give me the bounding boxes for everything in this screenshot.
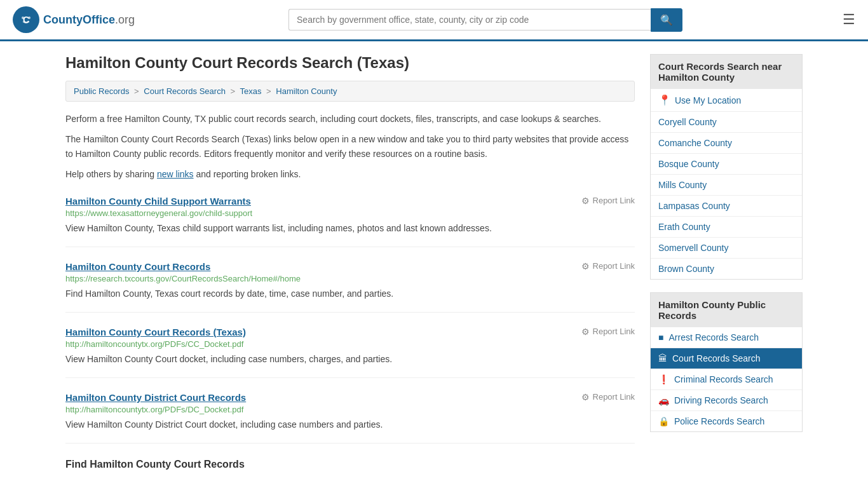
use-location-item[interactable]: 📍 Use My Location — [651, 89, 802, 112]
breadcrumb: Public Records > Court Records Search > … — [65, 81, 635, 102]
new-links-link[interactable]: new links — [157, 169, 194, 179]
report-link-2[interactable]: ⚙ Report Link — [581, 261, 635, 271]
search-input[interactable] — [288, 9, 651, 30]
result-title-2[interactable]: Hamilton County Court Records — [65, 261, 210, 272]
content-area: Hamilton County Court Records Search (Te… — [65, 54, 635, 470]
result-url-2[interactable]: https://research.txcourts.gov/CourtRecor… — [65, 274, 635, 283]
nearby-mills[interactable]: Mills County — [651, 175, 802, 196]
result-title-4[interactable]: Hamilton County District Court Records — [65, 392, 246, 403]
public-records-section: Hamilton County Public Records ■ Arrest … — [650, 292, 803, 432]
nearby-section: Court Records Search near Hamilton Count… — [650, 54, 803, 280]
result-url-3[interactable]: http://hamiltoncountytx.org/PDFs/CC_Dock… — [65, 339, 635, 349]
arrest-icon: ■ — [658, 332, 663, 342]
location-pin-icon: 📍 — [658, 94, 671, 106]
description-2: The Hamilton County Court Records Search… — [65, 132, 635, 161]
result-item: Hamilton County District Court Records ⚙… — [65, 392, 635, 444]
result-item: Hamilton County Court Records ⚙ Report L… — [65, 261, 635, 313]
result-url-4[interactable]: http://hamiltoncountytx.org/PDFs/DC_Dock… — [65, 405, 635, 414]
sidebar: Court Records Search near Hamilton Count… — [650, 54, 803, 470]
search-bar: 🔍 — [288, 8, 682, 32]
result-desc-3: View Hamilton County Court docket, inclu… — [65, 353, 635, 366]
sidebar-item-criminal[interactable]: ❗ Criminal Records Search — [651, 369, 802, 390]
nearby-coryell[interactable]: Coryell County — [651, 112, 802, 133]
nearby-lampasas[interactable]: Lampasas County — [651, 196, 802, 217]
report-icon-1: ⚙ — [581, 196, 590, 206]
report-link-3[interactable]: ⚙ Report Link — [581, 327, 635, 337]
report-icon-2: ⚙ — [581, 261, 590, 271]
nearby-section-content: 📍 Use My Location Coryell County Comanch… — [650, 89, 803, 280]
result-title-3[interactable]: Hamilton County Court Records (Texas) — [65, 327, 246, 337]
police-label: Police Records Search — [674, 416, 764, 426]
sidebar-item-arrest[interactable]: ■ Arrest Records Search — [651, 327, 802, 348]
main-container: Hamilton County Court Records Search (Te… — [53, 41, 815, 483]
nearby-comanche[interactable]: Comanche County — [651, 133, 802, 154]
result-item: Hamilton County Child Support Warrants ⚙… — [65, 196, 635, 247]
svg-point-2 — [22, 17, 24, 19]
header: C CountyOffice.org 🔍 ☰ — [0, 0, 868, 41]
criminal-label: Criminal Records Search — [674, 374, 773, 384]
nearby-section-title: Court Records Search near Hamilton Count… — [650, 54, 803, 89]
sidebar-item-police[interactable]: 🔒 Police Records Search — [651, 411, 802, 431]
logo-icon: C — [13, 6, 39, 33]
police-icon: 🔒 — [658, 416, 669, 426]
criminal-icon: ❗ — [658, 374, 669, 384]
court-label: Court Records Search — [672, 353, 761, 363]
report-icon-4: ⚙ — [581, 392, 590, 402]
description-1: Perform a free Hamilton County, TX publi… — [65, 112, 635, 126]
result-desc-4: View Hamilton County District Court dock… — [65, 418, 635, 431]
public-records-content: ■ Arrest Records Search 🏛 Court Records … — [650, 327, 803, 432]
menu-button[interactable]: ☰ — [843, 11, 855, 28]
result-item: Hamilton County Court Records (Texas) ⚙ … — [65, 327, 635, 378]
court-icon: 🏛 — [658, 353, 667, 363]
search-button[interactable]: 🔍 — [651, 8, 682, 32]
report-link-4[interactable]: ⚙ Report Link — [581, 392, 635, 402]
sidebar-item-court[interactable]: 🏛 Court Records Search — [651, 348, 802, 369]
breadcrumb-public-records[interactable]: Public Records — [74, 86, 129, 96]
sidebar-item-driving[interactable]: 🚗 Driving Records Search — [651, 390, 802, 411]
nearby-somervell[interactable]: Somervell County — [651, 238, 802, 259]
driving-icon: 🚗 — [658, 395, 669, 405]
report-link-1[interactable]: ⚙ Report Link — [581, 196, 635, 206]
use-location-label: Use My Location — [675, 95, 741, 105]
result-desc-2: Find Hamilton County, Texas court record… — [65, 287, 635, 301]
nearby-brown[interactable]: Brown County — [651, 259, 802, 279]
description-3: Help others by sharing new links and rep… — [65, 167, 635, 181]
report-icon-3: ⚙ — [581, 327, 590, 337]
nearby-erath[interactable]: Erath County — [651, 217, 802, 238]
result-url-1[interactable]: https://www.texasattorneygeneral.gov/chi… — [65, 208, 635, 218]
logo-area: C CountyOffice.org — [13, 6, 135, 33]
page-title: Hamilton County Court Records Search (Te… — [65, 54, 635, 72]
result-desc-1: View Hamilton County, Texas child suppor… — [65, 222, 635, 235]
result-title-1[interactable]: Hamilton County Child Support Warrants — [65, 196, 251, 207]
arrest-label: Arrest Records Search — [668, 332, 759, 342]
breadcrumb-hamilton-county[interactable]: Hamilton County — [276, 86, 337, 96]
svg-point-3 — [28, 17, 31, 19]
find-section-heading: Find Hamilton County Court Records — [65, 459, 635, 470]
public-records-title: Hamilton County Public Records — [650, 292, 803, 327]
breadcrumb-court-records-search[interactable]: Court Records Search — [144, 86, 226, 96]
logo-text: CountyOffice.org — [43, 13, 135, 27]
breadcrumb-texas[interactable]: Texas — [240, 86, 262, 96]
nearby-bosque[interactable]: Bosque County — [651, 154, 802, 175]
driving-label: Driving Records Search — [674, 395, 768, 405]
